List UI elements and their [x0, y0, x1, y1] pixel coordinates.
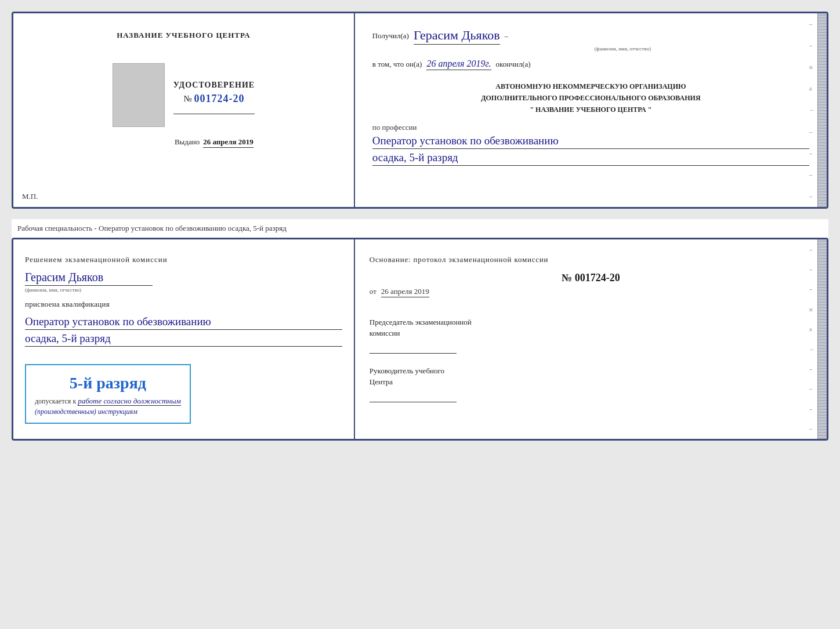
- protocol-number: № 001724-20: [370, 272, 812, 284]
- allowed-prefix: допускается к: [35, 397, 76, 405]
- allowed-suffix: (производственным) инструкциям: [35, 408, 137, 416]
- mp-label: М.П.: [22, 192, 38, 201]
- chairman-label: Председатель экзаменационной комиссии: [370, 317, 812, 339]
- chairman-signature-line: [370, 342, 457, 354]
- dash: –: [505, 30, 509, 42]
- rank-text: 5-й разряд: [35, 374, 181, 392]
- body1-text: в том, что он(а): [372, 59, 422, 70]
- org-block: АВТОНОМНУЮ НЕКОММЕРЧЕСКУЮ ОРГАНИЗАЦИЮ ДО…: [372, 81, 809, 116]
- profession-label: по профессии: [372, 123, 809, 132]
- top-cert-left: НАЗВАНИЕ УЧЕБНОГО ЦЕНТРА УДОСТОВЕРЕНИЕ №…: [13, 13, 355, 207]
- director-label: Руководитель учебного Центра: [370, 365, 812, 388]
- qualification-line1: Оператор установок по обезвоживанию: [25, 315, 342, 330]
- top-certificate: НАЗВАНИЕ УЧЕБНОГО ЦЕНТРА УДОСТОВЕРЕНИЕ №…: [12, 12, 828, 209]
- received-label: Получил(а): [372, 30, 409, 42]
- specialty-description: Рабочая специальность - Оператор установ…: [17, 224, 287, 232]
- protocol-date: 26 апреля 2019: [381, 287, 429, 297]
- profession-line1: Оператор установок по обезвоживанию: [372, 134, 809, 149]
- qualification-line2: осадка, 5-й разряд: [25, 332, 342, 347]
- basis-text: Основание: протокол экзаменационной коми…: [370, 254, 812, 266]
- recipient-subtitle: (фамилия, имя, отчество): [436, 46, 809, 52]
- allowed-handwritten: работе согласно должностным: [78, 397, 181, 406]
- issued-label: Выдано: [175, 137, 200, 147]
- between-text: Рабочая специальность - Оператор установ…: [12, 219, 828, 238]
- completion-date: 26 апреля 2019г.: [426, 59, 491, 70]
- completed-label: окончил(а): [496, 59, 531, 70]
- allowed-text: допускается к работе согласно должностны…: [35, 395, 181, 417]
- photo-placeholder: [113, 63, 165, 127]
- cert-number: 001724-20: [194, 93, 245, 105]
- bottom-cert-left: Решением экзаменационной комиссии Гераси…: [13, 239, 355, 439]
- issued-date: 26 апреля 2019: [203, 137, 254, 148]
- cert-number-prefix: №: [183, 94, 191, 104]
- assigned-label: присвоена квалификация: [25, 299, 342, 311]
- top-cert-right: Получил(а) Герасим Дьяков – (фамилия, им…: [355, 13, 827, 207]
- cert-title: УДОСТОВЕРЕНИЕ: [173, 81, 255, 90]
- bottom-right-edge-decoration: [817, 239, 827, 439]
- profession-line2: осадка, 5-й разряд: [372, 151, 809, 166]
- training-center-label: НАЗВАНИЕ УЧЕБНОГО ЦЕНТРА: [117, 31, 251, 40]
- recipient-name: Герасим Дьяков: [414, 28, 500, 45]
- date-prefix: от: [370, 287, 376, 296]
- director-signature-line: [370, 391, 457, 402]
- right-edge-decoration: [817, 13, 827, 207]
- person-subtitle: (фамилия, имя, отчество): [25, 287, 342, 293]
- bottom-certificate: Решением экзаменационной комиссии Гераси…: [12, 238, 828, 441]
- person-name: Герасим Дьяков: [25, 271, 153, 286]
- decision-text: Решением экзаменационной комиссии: [25, 254, 342, 266]
- rank-box: 5-й разряд допускается к работе согласно…: [25, 364, 191, 424]
- bottom-cert-right: Основание: протокол экзаменационной коми…: [355, 239, 827, 439]
